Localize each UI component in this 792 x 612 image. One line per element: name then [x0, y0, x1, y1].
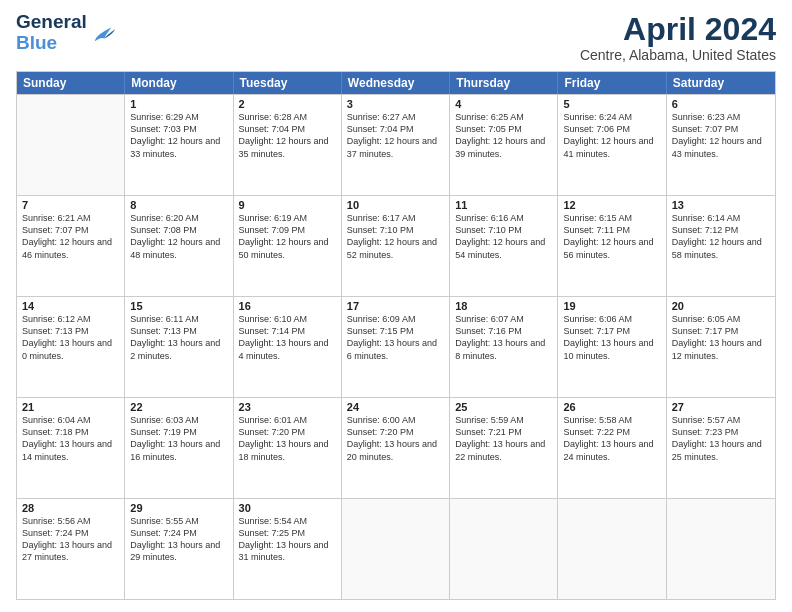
calendar-cell: 18Sunrise: 6:07 AM Sunset: 7:16 PM Dayli…: [450, 297, 558, 397]
calendar-cell: [450, 499, 558, 599]
calendar: SundayMondayTuesdayWednesdayThursdayFrid…: [16, 71, 776, 600]
cell-info: Sunrise: 6:19 AM Sunset: 7:09 PM Dayligh…: [239, 212, 336, 261]
cell-info: Sunrise: 6:24 AM Sunset: 7:06 PM Dayligh…: [563, 111, 660, 160]
calendar-cell: 28Sunrise: 5:56 AM Sunset: 7:24 PM Dayli…: [17, 499, 125, 599]
calendar-cell: [558, 499, 666, 599]
calendar-cell: [667, 499, 775, 599]
header: General Blue April 2024 Centre, Alabama,…: [16, 12, 776, 63]
cell-info: Sunrise: 6:27 AM Sunset: 7:04 PM Dayligh…: [347, 111, 444, 160]
day-number: 6: [672, 98, 770, 110]
calendar-cell: 14Sunrise: 6:12 AM Sunset: 7:13 PM Dayli…: [17, 297, 125, 397]
calendar-weekday-sunday: Sunday: [17, 72, 125, 94]
calendar-cell: 2Sunrise: 6:28 AM Sunset: 7:04 PM Daylig…: [234, 95, 342, 195]
calendar-cell: 10Sunrise: 6:17 AM Sunset: 7:10 PM Dayli…: [342, 196, 450, 296]
cell-info: Sunrise: 6:07 AM Sunset: 7:16 PM Dayligh…: [455, 313, 552, 362]
day-number: 26: [563, 401, 660, 413]
cell-info: Sunrise: 5:55 AM Sunset: 7:24 PM Dayligh…: [130, 515, 227, 564]
calendar-cell: 17Sunrise: 6:09 AM Sunset: 7:15 PM Dayli…: [342, 297, 450, 397]
calendar-cell: [17, 95, 125, 195]
calendar-weekday-wednesday: Wednesday: [342, 72, 450, 94]
calendar-cell: 25Sunrise: 5:59 AM Sunset: 7:21 PM Dayli…: [450, 398, 558, 498]
cell-info: Sunrise: 6:28 AM Sunset: 7:04 PM Dayligh…: [239, 111, 336, 160]
day-number: 17: [347, 300, 444, 312]
cell-info: Sunrise: 6:29 AM Sunset: 7:03 PM Dayligh…: [130, 111, 227, 160]
cell-info: Sunrise: 5:58 AM Sunset: 7:22 PM Dayligh…: [563, 414, 660, 463]
calendar-cell: 11Sunrise: 6:16 AM Sunset: 7:10 PM Dayli…: [450, 196, 558, 296]
cell-info: Sunrise: 5:59 AM Sunset: 7:21 PM Dayligh…: [455, 414, 552, 463]
calendar-cell: 16Sunrise: 6:10 AM Sunset: 7:14 PM Dayli…: [234, 297, 342, 397]
calendar-weekday-thursday: Thursday: [450, 72, 558, 94]
day-number: 15: [130, 300, 227, 312]
day-number: 1: [130, 98, 227, 110]
calendar-cell: 27Sunrise: 5:57 AM Sunset: 7:23 PM Dayli…: [667, 398, 775, 498]
cell-info: Sunrise: 6:12 AM Sunset: 7:13 PM Dayligh…: [22, 313, 119, 362]
calendar-weekday-friday: Friday: [558, 72, 666, 94]
calendar-cell: 7Sunrise: 6:21 AM Sunset: 7:07 PM Daylig…: [17, 196, 125, 296]
day-number: 27: [672, 401, 770, 413]
day-number: 18: [455, 300, 552, 312]
cell-info: Sunrise: 6:17 AM Sunset: 7:10 PM Dayligh…: [347, 212, 444, 261]
day-number: 13: [672, 199, 770, 211]
cell-info: Sunrise: 6:25 AM Sunset: 7:05 PM Dayligh…: [455, 111, 552, 160]
day-number: 9: [239, 199, 336, 211]
day-number: 3: [347, 98, 444, 110]
calendar-cell: 3Sunrise: 6:27 AM Sunset: 7:04 PM Daylig…: [342, 95, 450, 195]
cell-info: Sunrise: 6:00 AM Sunset: 7:20 PM Dayligh…: [347, 414, 444, 463]
calendar-weekday-saturday: Saturday: [667, 72, 775, 94]
day-number: 30: [239, 502, 336, 514]
calendar-row-4: 28Sunrise: 5:56 AM Sunset: 7:24 PM Dayli…: [17, 498, 775, 599]
cell-info: Sunrise: 6:21 AM Sunset: 7:07 PM Dayligh…: [22, 212, 119, 261]
logo-general: General: [16, 12, 87, 33]
calendar-cell: 12Sunrise: 6:15 AM Sunset: 7:11 PM Dayli…: [558, 196, 666, 296]
calendar-cell: 22Sunrise: 6:03 AM Sunset: 7:19 PM Dayli…: [125, 398, 233, 498]
cell-info: Sunrise: 6:15 AM Sunset: 7:11 PM Dayligh…: [563, 212, 660, 261]
cell-info: Sunrise: 6:03 AM Sunset: 7:19 PM Dayligh…: [130, 414, 227, 463]
calendar-row-3: 21Sunrise: 6:04 AM Sunset: 7:18 PM Dayli…: [17, 397, 775, 498]
day-number: 28: [22, 502, 119, 514]
calendar-row-0: 1Sunrise: 6:29 AM Sunset: 7:03 PM Daylig…: [17, 94, 775, 195]
title-section: April 2024 Centre, Alabama, United State…: [580, 12, 776, 63]
calendar-cell: 19Sunrise: 6:06 AM Sunset: 7:17 PM Dayli…: [558, 297, 666, 397]
day-number: 10: [347, 199, 444, 211]
cell-info: Sunrise: 6:14 AM Sunset: 7:12 PM Dayligh…: [672, 212, 770, 261]
calendar-cell: 6Sunrise: 6:23 AM Sunset: 7:07 PM Daylig…: [667, 95, 775, 195]
day-number: 21: [22, 401, 119, 413]
logo: General Blue: [16, 12, 117, 54]
day-number: 12: [563, 199, 660, 211]
day-number: 16: [239, 300, 336, 312]
cell-info: Sunrise: 5:54 AM Sunset: 7:25 PM Dayligh…: [239, 515, 336, 564]
cell-info: Sunrise: 6:10 AM Sunset: 7:14 PM Dayligh…: [239, 313, 336, 362]
cell-info: Sunrise: 6:01 AM Sunset: 7:20 PM Dayligh…: [239, 414, 336, 463]
calendar-cell: 21Sunrise: 6:04 AM Sunset: 7:18 PM Dayli…: [17, 398, 125, 498]
calendar-row-1: 7Sunrise: 6:21 AM Sunset: 7:07 PM Daylig…: [17, 195, 775, 296]
main-title: April 2024: [580, 12, 776, 47]
day-number: 23: [239, 401, 336, 413]
calendar-cell: 13Sunrise: 6:14 AM Sunset: 7:12 PM Dayli…: [667, 196, 775, 296]
day-number: 2: [239, 98, 336, 110]
calendar-cell: [342, 499, 450, 599]
calendar-cell: 15Sunrise: 6:11 AM Sunset: 7:13 PM Dayli…: [125, 297, 233, 397]
logo-bird-icon: [89, 22, 117, 44]
day-number: 20: [672, 300, 770, 312]
cell-info: Sunrise: 6:05 AM Sunset: 7:17 PM Dayligh…: [672, 313, 770, 362]
calendar-header: SundayMondayTuesdayWednesdayThursdayFrid…: [17, 72, 775, 94]
calendar-cell: 8Sunrise: 6:20 AM Sunset: 7:08 PM Daylig…: [125, 196, 233, 296]
day-number: 8: [130, 199, 227, 211]
day-number: 19: [563, 300, 660, 312]
cell-info: Sunrise: 6:09 AM Sunset: 7:15 PM Dayligh…: [347, 313, 444, 362]
calendar-weekday-monday: Monday: [125, 72, 233, 94]
day-number: 24: [347, 401, 444, 413]
cell-info: Sunrise: 5:56 AM Sunset: 7:24 PM Dayligh…: [22, 515, 119, 564]
cell-info: Sunrise: 5:57 AM Sunset: 7:23 PM Dayligh…: [672, 414, 770, 463]
calendar-cell: 30Sunrise: 5:54 AM Sunset: 7:25 PM Dayli…: [234, 499, 342, 599]
day-number: 25: [455, 401, 552, 413]
logo-blue: Blue: [16, 33, 87, 54]
calendar-row-2: 14Sunrise: 6:12 AM Sunset: 7:13 PM Dayli…: [17, 296, 775, 397]
calendar-cell: 5Sunrise: 6:24 AM Sunset: 7:06 PM Daylig…: [558, 95, 666, 195]
calendar-cell: 23Sunrise: 6:01 AM Sunset: 7:20 PM Dayli…: [234, 398, 342, 498]
calendar-cell: 1Sunrise: 6:29 AM Sunset: 7:03 PM Daylig…: [125, 95, 233, 195]
day-number: 11: [455, 199, 552, 211]
calendar-cell: 24Sunrise: 6:00 AM Sunset: 7:20 PM Dayli…: [342, 398, 450, 498]
calendar-cell: 29Sunrise: 5:55 AM Sunset: 7:24 PM Dayli…: [125, 499, 233, 599]
cell-info: Sunrise: 6:06 AM Sunset: 7:17 PM Dayligh…: [563, 313, 660, 362]
